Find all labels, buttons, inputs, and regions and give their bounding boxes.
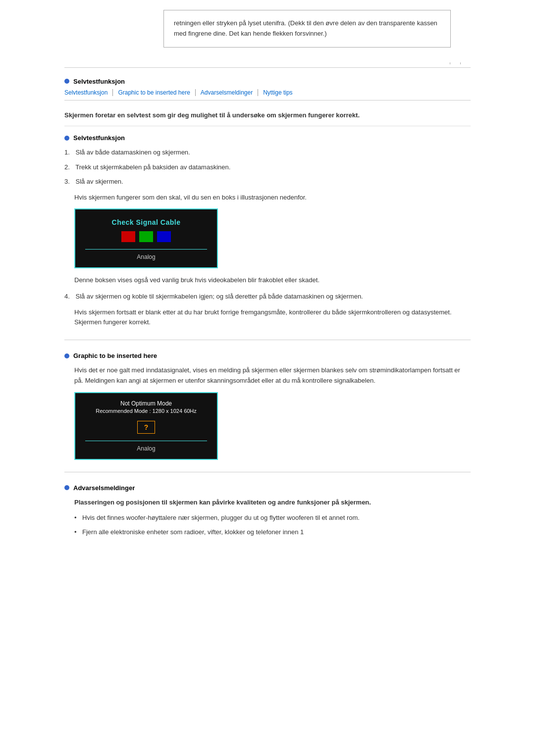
step-2: 2. Trekk ut skjermkabelen på baksiden av…: [64, 162, 471, 172]
section-advarsels-label: Advarselsmeldinger: [73, 484, 135, 492]
main-title-text: Selvtestfunksjon: [73, 78, 125, 85]
subnav-nyttige[interactable]: Nyttige tips: [258, 89, 297, 96]
section-graphic-label: Graphic to be inserted here: [73, 352, 157, 359]
step-3: 3. Slå av skjermen.: [64, 177, 471, 187]
section-divider-1: [64, 340, 471, 340]
graphic-para: Hvis det er noe galt med inndatasignalet…: [64, 365, 471, 386]
main-section-title: Selvtestfunksjon: [64, 78, 471, 85]
section-selvtest: Selvtestfunksjon 1. Slå av både datamask…: [64, 134, 471, 328]
section-advarsels: Advarselsmeldinger Plasseringen og posis…: [64, 484, 471, 538]
subnav-graphic[interactable]: Graphic to be inserted here: [113, 89, 195, 96]
signal-colors: [85, 231, 207, 242]
not-optimum-box: Not Optimum Mode Recommended Mode : 1280…: [74, 392, 218, 460]
nav-item-sjekkliste[interactable]: [440, 62, 450, 64]
notopt-question-icon: ?: [137, 421, 155, 434]
signal-cable-title: Check Signal Cable: [85, 218, 207, 226]
subnav-advarsels[interactable]: Advarselsmeldinger: [196, 89, 258, 96]
advarsels-bold-para: Plasseringen og posisjonen til skjermen …: [64, 498, 471, 507]
sub-nav: Selvtestfunksjon Graphic to be inserted …: [64, 89, 471, 101]
para-before-box: Hvis skjermen fungerer som den skal, vil…: [64, 193, 471, 203]
intro-text: retningen eller stryken på lyset utenifr…: [174, 19, 437, 37]
bullet-item-1: Hvis det finnes woofer-høyttalere nær sk…: [74, 513, 471, 523]
blue-dot-icon-4: [64, 485, 69, 490]
color-blue: [157, 231, 171, 242]
advarsels-bullet-list: Hvis det finnes woofer-høyttalere nær sk…: [74, 513, 471, 538]
step-list: 1. Slå av både datamaskinen og skjermen.…: [64, 148, 471, 187]
bullet-item-2: Fjern alle elektroniske enheter som radi…: [74, 527, 471, 538]
color-green: [139, 231, 153, 242]
intro-bold-text: Skjermen foretar en selvtest som gir deg…: [64, 111, 360, 119]
nav-bar: [64, 62, 471, 68]
blue-dot-icon-3: [64, 353, 69, 358]
para-after-box: Denne boksen vises også ved vanlig bruk …: [64, 275, 471, 286]
notopt-box-wrapper: Not Optimum Mode Recommended Mode : 1280…: [64, 392, 471, 460]
nav-item-sporsmal[interactable]: [450, 62, 461, 64]
section-selvtest-label: Selvtestfunksjon: [73, 134, 125, 142]
subnav-selvtest[interactable]: Selvtestfunksjon: [64, 89, 113, 96]
signal-box-wrapper: Check Signal Cable Analog: [64, 208, 471, 268]
color-red: [121, 231, 135, 242]
nav-item-selvtest[interactable]: [461, 62, 471, 64]
step-4-list: 4. Slå av skjermen og koble til skjermka…: [64, 292, 471, 302]
blue-dot-icon-2: [64, 136, 69, 141]
notopt-title: Not Optimum Mode: [85, 400, 207, 407]
para-step4-note: Hvis skjermen fortsatt er blank etter at…: [64, 307, 471, 328]
signal-analog-label: Analog: [85, 249, 207, 260]
notopt-subtitle: Recommended Mode : 1280 x 1024 60Hz: [85, 408, 207, 414]
step-4: 4. Slå av skjermen og koble til skjermka…: [64, 292, 471, 302]
section-graphic: Graphic to be inserted here Hvis det er …: [64, 352, 471, 460]
section-divider-2: [64, 472, 471, 472]
step-1: 1. Slå av både datamaskinen og skjermen.: [64, 148, 471, 157]
section-selvtest-title: Selvtestfunksjon: [64, 134, 471, 142]
blue-dot-icon: [64, 79, 69, 84]
section-graphic-title: Graphic to be inserted here: [64, 352, 471, 359]
intro-bold-para: Skjermen foretar en selvtest som gir deg…: [64, 110, 471, 127]
notopt-analog-label: Analog: [85, 441, 207, 452]
signal-cable-box: Check Signal Cable Analog: [74, 208, 218, 268]
section-advarsels-title: Advarselsmeldinger: [64, 484, 471, 492]
intro-box: retningen eller stryken på lyset utenifr…: [163, 10, 451, 48]
